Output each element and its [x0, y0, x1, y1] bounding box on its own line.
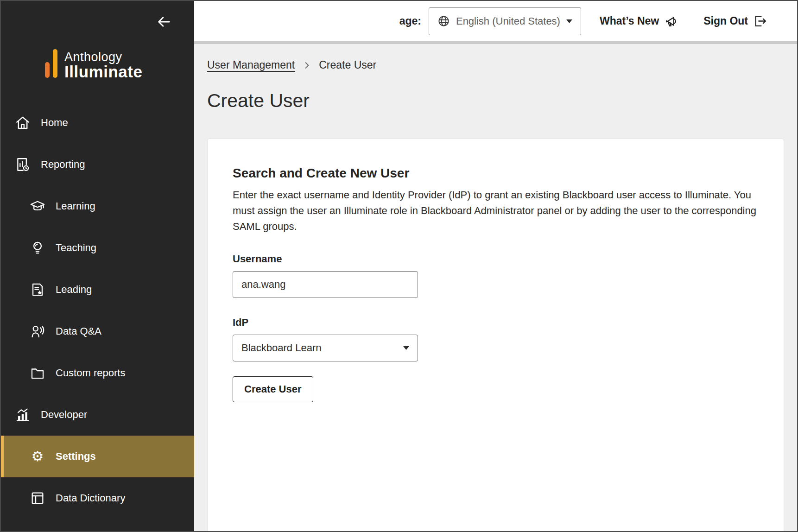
language-selector[interactable]: English (United States): [429, 7, 581, 35]
chevron-right-icon: [302, 61, 311, 70]
sidebar-item-label: Reporting: [41, 158, 85, 171]
sidebar-collapse-button[interactable]: [155, 13, 173, 31]
breadcrumb-current: Create User: [319, 59, 376, 71]
brand-logo: Anthology Illuminate: [45, 49, 194, 81]
sign-out-label: Sign Out: [703, 15, 748, 27]
folder-icon: [30, 365, 45, 381]
sign-out-link[interactable]: Sign Out: [703, 14, 767, 28]
username-input[interactable]: [233, 271, 418, 298]
sidebar-item-learning[interactable]: Learning: [1, 185, 194, 227]
main-column: age: English (United States) What’s New …: [194, 1, 797, 531]
sign-out-icon: [753, 14, 767, 28]
language-label: age:: [399, 15, 421, 27]
person-waves-icon: [30, 323, 45, 339]
arrow-left-icon: [156, 14, 172, 30]
brand-logo-mark-icon: [45, 49, 57, 81]
sidebar: Anthology Illuminate Home Reporting: [1, 1, 194, 531]
sidebar-item-leading[interactable]: Leading: [1, 269, 194, 310]
breadcrumb-user-management-link[interactable]: User Management: [207, 59, 295, 71]
sidebar-item-label: Leading: [56, 284, 92, 296]
brand-name-line1: Anthology: [64, 51, 142, 63]
whats-new-link[interactable]: What’s New: [600, 14, 678, 28]
username-label: Username: [233, 253, 759, 265]
sidebar-item-label: Settings: [56, 450, 96, 462]
language-selected-value: English (United States): [456, 15, 560, 27]
bar-chart-icon: [15, 407, 31, 423]
sidebar-item-label: Learning: [56, 200, 95, 212]
sidebar-item-label: Data Dictionary: [56, 492, 125, 504]
window-icon: [30, 490, 45, 506]
topbar: age: English (United States) What’s New …: [194, 1, 797, 44]
chevron-down-icon: [566, 19, 572, 23]
megaphone-icon: [664, 14, 678, 28]
sidebar-item-label: Custom reports: [56, 367, 125, 379]
document-star-icon: [30, 282, 45, 298]
idp-select[interactable]: Blackboard Learn: [233, 335, 418, 361]
idp-label: IdP: [233, 317, 759, 329]
card-description: Enter the exact username and Identity Pr…: [233, 187, 759, 234]
sidebar-item-data-qa[interactable]: Data Q&A: [1, 310, 194, 352]
app-window: Anthology Illuminate Home Reporting: [0, 0, 798, 532]
graduation-cap-icon: [30, 198, 45, 214]
sidebar-item-label: Developer: [41, 409, 87, 421]
sidebar-item-label: Home: [41, 117, 68, 129]
card-heading: Search and Create New User: [233, 166, 759, 181]
sidebar-menu: Home Reporting Learning Teaching: [1, 102, 194, 519]
sidebar-item-label: Teaching: [56, 242, 96, 254]
sidebar-item-settings[interactable]: ⚙ Settings: [1, 436, 194, 477]
breadcrumb: User Management Create User: [207, 59, 784, 71]
brand-name-line2: Illuminate: [64, 63, 142, 81]
sidebar-item-data-dictionary[interactable]: Data Dictionary: [1, 477, 194, 519]
sidebar-item-label: Data Q&A: [56, 325, 101, 337]
sidebar-item-teaching[interactable]: Teaching: [1, 227, 194, 269]
sidebar-item-home[interactable]: Home: [1, 102, 194, 144]
report-icon: [15, 157, 31, 172]
sidebar-item-developer[interactable]: Developer: [1, 394, 194, 436]
create-user-card: Search and Create New User Enter the exa…: [207, 139, 784, 531]
sidebar-item-reporting[interactable]: Reporting: [1, 144, 194, 185]
create-user-button[interactable]: Create User: [233, 376, 313, 402]
content-area: User Management Create User Create User …: [194, 44, 797, 531]
page-title: Create User: [207, 90, 784, 112]
sidebar-item-custom-reports[interactable]: Custom reports: [1, 352, 194, 394]
whats-new-label: What’s New: [600, 15, 659, 27]
lightbulb-icon: [30, 240, 45, 256]
chevron-down-icon: [403, 346, 409, 350]
home-icon: [15, 115, 31, 131]
gear-icon: ⚙: [30, 449, 45, 464]
idp-selected-value: Blackboard Learn: [241, 342, 321, 354]
globe-icon: [437, 15, 450, 27]
